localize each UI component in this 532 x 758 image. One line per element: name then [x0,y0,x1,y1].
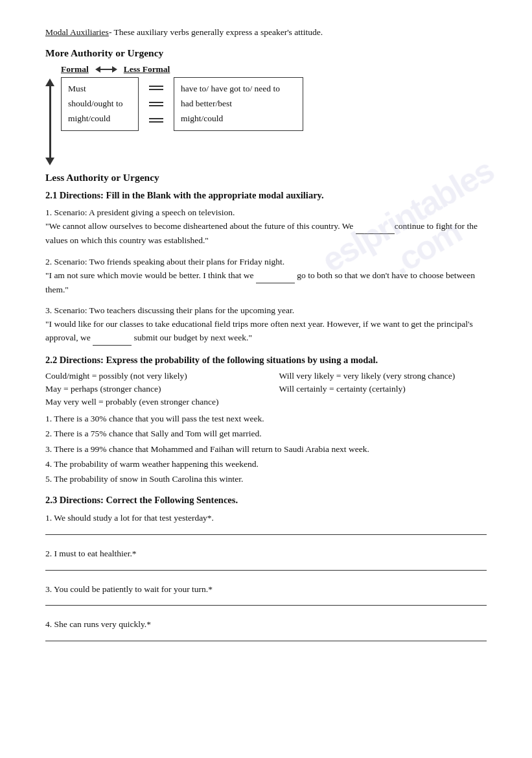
blank-2[interactable] [256,269,295,283]
correction-2: 2. I must to eat healthier.* [45,547,487,563]
diagram: Formal Less Formal Must should/ought to … [45,64,487,165]
equals-column [139,77,174,131]
modal-def: Modal Auxiliaries- These auxiliary verbs… [45,26,487,40]
dbl-eq-1 [144,86,168,90]
left-box-item-2: should/ought to [68,97,132,112]
diagram-content: Formal Less Formal Must should/ought to … [61,64,303,131]
scenario-3-quote: "I would like for our classes to take ed… [45,318,487,346]
scenario-1-quote: "We cannot allow ourselves to become dis… [45,220,487,248]
section-21-title: 2.1 Directions: Fill in the Blank with t… [45,190,487,201]
more-authority-heading: More Authority or Urgency [45,47,487,59]
horiz-arrows [95,66,117,73]
prob-item-1: 1. There is a 30% chance that you will p… [45,412,487,425]
write-line-1 [45,534,487,535]
prob-options: Could/might = possibly (not very likely)… [45,371,487,407]
prob-item-4: 4. The probability of warm weather happe… [45,458,487,471]
section-21: 2.1 Directions: Fill in the Blank with t… [45,190,487,346]
vertical-arrow [45,78,54,165]
prob-opt-empty [279,397,487,407]
eq-line [149,121,163,123]
section-22: 2.2 Directions: Express the probability … [45,355,487,486]
write-line-3 [45,605,487,606]
right-box-item-1: have to/ have got to/ need to [181,82,296,97]
right-box: have to/ have got to/ need to had better… [174,77,303,131]
scenario-1: 1. Scenario: A president giving a speech… [45,206,487,248]
prob-list: 1. There is a 30% chance that you will p… [45,412,487,486]
correction-1-text: 1. We should study a lot for that test y… [45,511,487,525]
section-23: 2.3 Directions: Correct the Following Se… [45,495,487,641]
correction-3-text: 3. You could be patiently to wait for yo… [45,582,487,597]
prob-item-2: 2. There is a 75% chance that Sally and … [45,427,487,440]
left-box: Must should/ought to might/could [61,77,139,131]
section-22-title: 2.2 Directions: Express the probability … [45,355,487,366]
blank-3[interactable] [93,331,132,346]
correction-3: 3. You could be patiently to wait for yo… [45,582,487,599]
prob-row-1: Could/might = possibly (not very likely)… [45,371,487,381]
write-line-2 [45,570,487,571]
prob-opt-3: May very well = probably (even stronger … [45,397,253,407]
prob-opt-4: Will very likely = very likely (very str… [279,371,487,381]
correction-1: 1. We should study a lot for that test y… [45,511,487,528]
eq-line [149,105,163,106]
prob-opt-1: Could/might = possibly (not very likely) [45,371,253,381]
blank-1[interactable] [356,220,395,234]
dbl-eq-2 [144,102,168,106]
scenario-3-intro: 3. Scenario: Two teachers discussing the… [45,304,487,318]
prob-row-3: May very well = probably (even stronger … [45,397,487,407]
left-box-item-3: might/could [68,112,132,126]
eq-line [149,86,163,87]
less-authority-heading: Less Authority or Urgency [45,172,487,184]
left-box-item-1: Must [68,82,132,97]
boxes-row: Must should/ought to might/could [61,77,303,131]
arrow-left-icon [95,66,100,73]
section-23-title: 2.3 Directions: Correct the Following Se… [45,495,487,506]
eq-line [149,102,163,103]
scenario-2-quote: "I am not sure which movie would be bett… [45,269,487,297]
arrow-line [49,86,51,158]
dbl-eq-3 [144,118,168,123]
correction-4-text: 4. She can runs very quickly.* [45,617,487,632]
arrow-down-icon [45,158,54,165]
modal-def-label: Modal Auxiliaries [45,27,109,37]
arrow-right-icon [112,66,117,73]
eq-line [149,89,163,90]
modal-def-text: These auxiliary verbs generally express … [111,27,323,37]
prob-row-2: May = perhaps (stronger chance) Will cer… [45,384,487,394]
prob-opt-5: Will certainly = certainty (certainly) [279,384,487,394]
less-formal-label: Less Formal [124,64,170,75]
prob-item-3: 3. There is a 99% chance that Mohammed a… [45,443,487,456]
formal-label: Formal [61,64,89,75]
correction-2-text: 2. I must to eat healthier.* [45,547,487,561]
prob-item-5: 5. The probability of snow in South Caro… [45,473,487,486]
scenario-3: 3. Scenario: Two teachers discussing the… [45,304,487,346]
right-box-item-3: might/could [181,112,296,126]
prob-opt-2: May = perhaps (stronger chance) [45,384,253,394]
write-line-4 [45,641,487,641]
right-box-item-2: had better/best [181,97,296,112]
eq-line [149,118,163,119]
scenario-1-intro: 1. Scenario: A president giving a speech… [45,206,487,220]
correction-4: 4. She can runs very quickly.* [45,617,487,634]
horiz-line [100,69,112,70]
arrow-up-icon [45,78,54,86]
scenario-2-intro: 2. Scenario: Two friends speaking about … [45,255,487,269]
scenario-2: 2. Scenario: Two friends speaking about … [45,255,487,297]
formal-row: Formal Less Formal [61,64,303,75]
